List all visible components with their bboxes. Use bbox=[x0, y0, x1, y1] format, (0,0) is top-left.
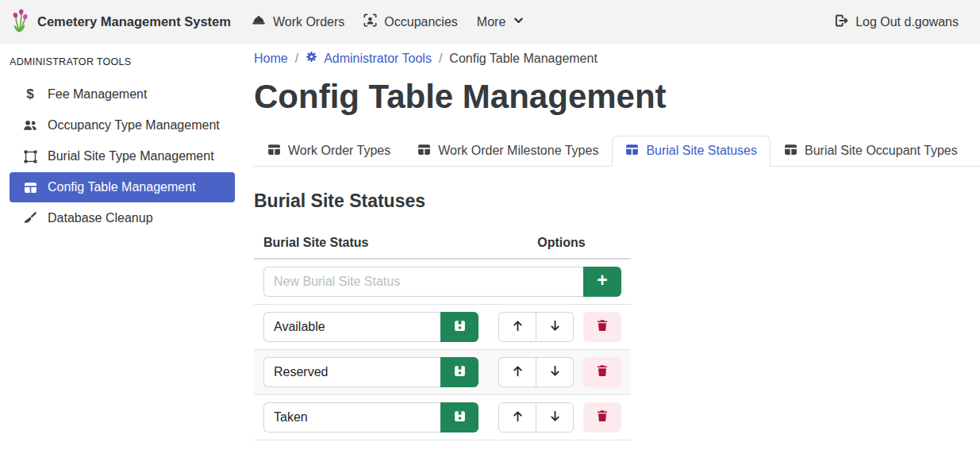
move-down-button[interactable] bbox=[536, 402, 574, 432]
tab-work-order-types[interactable]: Work Order Types bbox=[254, 136, 404, 167]
admin-sidebar: ADMINISTRATOR TOOLS $ Fee Management Occ… bbox=[0, 44, 236, 469]
nav-item-label: Work Orders bbox=[273, 15, 344, 29]
chevron-down-icon bbox=[513, 14, 525, 29]
new-status-input[interactable] bbox=[263, 267, 583, 297]
status-name-input[interactable] bbox=[263, 402, 440, 432]
nav-item-more[interactable]: More bbox=[467, 0, 534, 44]
table-icon bbox=[22, 181, 38, 194]
delete-button[interactable] bbox=[583, 312, 621, 342]
move-up-button[interactable] bbox=[498, 402, 536, 432]
move-up-button[interactable] bbox=[498, 357, 536, 387]
save-button[interactable] bbox=[440, 312, 478, 342]
arrow-down-icon bbox=[548, 409, 562, 425]
table-row bbox=[254, 395, 631, 440]
save-icon bbox=[453, 409, 467, 425]
gear-icon bbox=[306, 51, 317, 66]
save-icon bbox=[453, 319, 467, 335]
top-navbar: Cemetery Management System Work Orders bbox=[0, 0, 980, 44]
sidebar-item-config-table-management[interactable]: Config Table Management bbox=[10, 172, 235, 202]
sidebar-item-label: Config Table Management bbox=[48, 180, 196, 194]
move-down-button[interactable] bbox=[536, 357, 574, 387]
config-tabs: Work Order Types Work Order Milestone Ty… bbox=[254, 136, 980, 167]
sidebar-item-database-cleanup[interactable]: Database Cleanup bbox=[10, 203, 235, 233]
tab-label: Burial Site Statuses bbox=[646, 144, 757, 158]
bounding-box-icon bbox=[22, 150, 38, 163]
table-header-row: Burial Site Status Options bbox=[254, 231, 631, 259]
breadcrumb-current: Config Table Management bbox=[449, 52, 598, 66]
page-title: Config Table Management bbox=[254, 76, 980, 118]
move-up-button[interactable] bbox=[498, 312, 536, 342]
table-row bbox=[254, 305, 631, 350]
tab-label: Burial Site Occupant Types bbox=[805, 144, 958, 158]
nav-item-work-orders[interactable]: Work Orders bbox=[242, 0, 354, 44]
delete-button[interactable] bbox=[583, 402, 621, 432]
table-row bbox=[254, 350, 631, 395]
table-icon bbox=[417, 143, 431, 160]
person-bounding-box-icon bbox=[363, 13, 377, 30]
breadcrumb-home-link[interactable]: Home bbox=[254, 52, 288, 66]
save-button[interactable] bbox=[440, 402, 478, 432]
tab-work-order-milestone-types[interactable]: Work Order Milestone Types bbox=[404, 136, 612, 167]
arrow-up-icon bbox=[511, 364, 525, 380]
table-row-new: + bbox=[254, 259, 631, 305]
people-icon bbox=[22, 118, 38, 133]
add-status-button[interactable]: + bbox=[583, 267, 621, 297]
tab-burial-site-statuses[interactable]: Burial Site Statuses bbox=[612, 136, 771, 167]
column-header-options: Options bbox=[492, 236, 631, 250]
breadcrumb: Home / Administrator Tool bbox=[254, 51, 980, 66]
sidebar-item-label: Burial Site Type Management bbox=[48, 149, 214, 163]
tulips-logo-icon bbox=[10, 7, 30, 37]
dollar-icon: $ bbox=[22, 86, 38, 102]
trash-icon bbox=[596, 364, 609, 379]
nav-item-label: More bbox=[477, 15, 505, 29]
sidebar-item-label: Fee Management bbox=[48, 87, 147, 102]
save-icon bbox=[453, 364, 467, 380]
box-arrow-right-icon bbox=[834, 13, 848, 31]
sidebar-item-fee-management[interactable]: $ Fee Management bbox=[10, 79, 235, 110]
tab-label: Work Order Milestone Types bbox=[438, 144, 598, 158]
sidebar-heading: ADMINISTRATOR TOOLS bbox=[0, 48, 236, 79]
trash-icon bbox=[596, 409, 609, 425]
delete-button[interactable] bbox=[583, 357, 621, 387]
plus-icon: + bbox=[597, 271, 607, 290]
hard-hat-icon bbox=[252, 13, 266, 31]
breadcrumb-separator: / bbox=[295, 52, 298, 66]
column-header-name: Burial Site Status bbox=[254, 236, 492, 250]
sidebar-item-burial-site-type-management[interactable]: Burial Site Type Management bbox=[10, 141, 235, 171]
tab-label: Work Order Types bbox=[288, 144, 390, 158]
app-title: Cemetery Management System bbox=[37, 14, 231, 29]
sidebar-item-label: Database Cleanup bbox=[48, 211, 153, 225]
arrow-up-icon bbox=[511, 409, 525, 425]
app-brand[interactable]: Cemetery Management System bbox=[10, 7, 231, 37]
burial-site-status-table: Burial Site Status Options + bbox=[254, 231, 631, 440]
tab-burial-site-occupant-types[interactable]: Burial Site Occupant Types bbox=[771, 136, 971, 167]
nav-item-label: Occupancies bbox=[384, 15, 458, 29]
sidebar-item-occupancy-type-management[interactable]: Occupancy Type Management bbox=[10, 110, 235, 140]
trash-icon bbox=[596, 319, 609, 334]
table-icon bbox=[267, 143, 281, 160]
table-icon bbox=[625, 143, 639, 160]
breadcrumb-admin-tools-link[interactable]: Administrator Tools bbox=[306, 51, 432, 66]
section-heading: Burial Site Statuses bbox=[254, 190, 980, 212]
status-name-input[interactable] bbox=[263, 357, 440, 387]
logout-label: Log Out d.gowans bbox=[855, 15, 959, 29]
nav-item-occupancies[interactable]: Occupancies bbox=[354, 0, 467, 44]
broom-icon bbox=[22, 211, 38, 225]
arrow-down-icon bbox=[548, 364, 562, 380]
breadcrumb-label: Administrator Tools bbox=[324, 52, 432, 66]
move-down-button[interactable] bbox=[536, 312, 574, 342]
logout-button[interactable]: Log Out d.gowans bbox=[824, 0, 968, 44]
arrow-down-icon bbox=[548, 319, 562, 335]
save-button[interactable] bbox=[440, 357, 478, 387]
main-content: Home / Administrator Tool bbox=[236, 44, 980, 469]
status-name-input[interactable] bbox=[263, 312, 440, 342]
table-icon bbox=[784, 143, 797, 160]
sidebar-item-label: Occupancy Type Management bbox=[48, 118, 220, 133]
breadcrumb-separator: / bbox=[439, 52, 442, 66]
arrow-up-icon bbox=[511, 319, 525, 335]
